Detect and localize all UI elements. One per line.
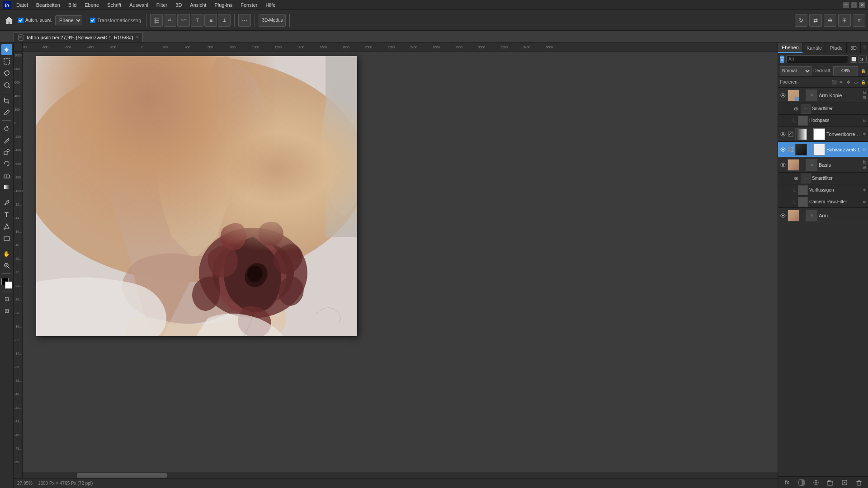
layer-camera-raw[interactable]: Camera Raw-Filter ≋: [778, 196, 868, 208]
app-icon[interactable]: Ps: [3, 0, 12, 9]
extras-button[interactable]: ⊞: [1, 305, 12, 316]
eyedropper-tool[interactable]: [1, 107, 12, 118]
tab-ebenen[interactable]: Ebenen: [778, 42, 803, 53]
3d-mode-button[interactable]: 3D-Modus: [259, 14, 286, 27]
layer-verfluessigen[interactable]: Verflüssigen ≋: [778, 184, 868, 196]
home-button[interactable]: [3, 14, 15, 27]
align-center-v-button[interactable]: ≡: [204, 14, 217, 27]
layer-smartfilter-1[interactable]: ⋯ Smartfilter: [778, 103, 868, 115]
align-right-button[interactable]: ⬳: [177, 14, 190, 27]
add-style-button[interactable]: fx: [783, 479, 791, 487]
filter-type-button[interactable]: T: [866, 56, 868, 63]
flip-button[interactable]: ⇄: [809, 14, 822, 27]
distribute-button[interactable]: ⋯: [238, 14, 251, 27]
rotate-left-button[interactable]: ↻: [795, 14, 807, 27]
menu-fenster[interactable]: Fenster: [237, 1, 261, 9]
history-brush-tool[interactable]: [1, 158, 12, 169]
filter-adjust-button[interactable]: ◑: [858, 56, 865, 63]
add-group-button[interactable]: [826, 479, 834, 487]
horizontal-scrollbar[interactable]: [23, 472, 778, 478]
layer-schwarzweiss[interactable]: Schwarzweiß 1 ≋: [778, 142, 868, 157]
tab-3d[interactable]: 3D: [847, 42, 861, 53]
lasso-tool[interactable]: [1, 68, 12, 79]
layer-hochpass[interactable]: Hochpass ≋: [778, 115, 868, 127]
lock-transparent-button[interactable]: ⬛: [831, 79, 837, 85]
add-adjustment-button[interactable]: [812, 479, 820, 487]
menu-schrift[interactable]: Schrift: [104, 1, 125, 9]
visibility-smartfilter-1[interactable]: [793, 106, 799, 112]
h-scrollbar-thumb[interactable]: [77, 473, 167, 478]
panel-menu-button[interactable]: ≡: [863, 45, 866, 51]
auto-select-checkbox[interactable]: [18, 18, 24, 23]
lock-all-button[interactable]: 🔒: [860, 79, 866, 85]
layer-group-dropdown[interactable]: Ebene: [55, 15, 82, 25]
pressure-button[interactable]: ⌗: [853, 14, 865, 27]
lock-artboard-button[interactable]: ▭: [853, 79, 859, 85]
move-tool[interactable]: ✥: [1, 44, 12, 55]
screen-mode-button[interactable]: ⊡: [1, 294, 12, 305]
layer-arm-kopie[interactable]: ⧉ Arm Kopie fx ⊞: [778, 88, 868, 103]
delete-layer-button[interactable]: [855, 479, 863, 487]
maximize-button[interactable]: □: [851, 2, 857, 8]
opacity-input[interactable]: [833, 66, 858, 75]
align-left-button[interactable]: ⬱: [150, 14, 163, 27]
color-picker[interactable]: [1, 278, 12, 289]
crop-tool[interactable]: [1, 95, 12, 106]
select-tool[interactable]: [1, 56, 12, 67]
lock-position-button[interactable]: ✥: [845, 79, 852, 85]
pivot-button[interactable]: ⊕: [824, 14, 836, 27]
align-top-button[interactable]: ⊤: [191, 14, 203, 27]
add-layer-button[interactable]: [840, 479, 849, 487]
tab-kanaele[interactable]: Kanäle: [803, 42, 826, 53]
fx-arm-kopie[interactable]: fx: [863, 90, 866, 95]
lock-button[interactable]: 🔒: [860, 68, 866, 74]
menu-filter[interactable]: Filter: [153, 1, 171, 9]
path-select-tool[interactable]: [1, 221, 12, 232]
layer-arm[interactable]: ⧉ Arm: [778, 208, 868, 223]
close-button[interactable]: ✕: [859, 2, 865, 8]
visibility-tonwert[interactable]: [780, 131, 786, 137]
zoom-tool[interactable]: [1, 260, 12, 271]
lock-pixels-button[interactable]: ✏: [838, 79, 844, 85]
symmetry-button[interactable]: ⊞: [838, 14, 851, 27]
layer-tonwert[interactable]: Tonwertkorrektur 1 ≋: [778, 127, 868, 142]
filter-pixel-button[interactable]: ⬜: [850, 56, 857, 63]
auto-select-button[interactable]: Auton. auswi.: [17, 14, 53, 27]
menu-ebene[interactable]: Ebene: [81, 1, 103, 9]
gradient-tool[interactable]: [1, 182, 12, 192]
menu-bearbeiten[interactable]: Bearbeiten: [33, 1, 64, 9]
menu-datei[interactable]: Datei: [13, 1, 32, 9]
menu-ansicht[interactable]: Ansicht: [186, 1, 210, 9]
document-tab[interactable]: tattoo.psdc bei 27,9% (Schwarzweiß 1, RG…: [14, 32, 143, 42]
menu-bild[interactable]: Bild: [65, 1, 80, 9]
quick-select-tool[interactable]: [1, 80, 12, 90]
align-center-h-button[interactable]: ⬲: [164, 14, 176, 27]
menu-hilfe[interactable]: Hilfe: [262, 1, 279, 9]
brush-tool[interactable]: [1, 135, 12, 145]
shape-tool[interactable]: [1, 233, 12, 244]
text-tool[interactable]: T: [1, 209, 12, 220]
menu-3d[interactable]: 3D: [172, 1, 185, 9]
layer-filter-button[interactable]: [780, 56, 784, 63]
hand-tool[interactable]: ✋: [1, 249, 12, 259]
layer-search-input[interactable]: [786, 55, 848, 63]
pen-tool[interactable]: [1, 197, 12, 208]
healing-brush-tool[interactable]: [1, 123, 12, 134]
visibility-basis[interactable]: [780, 162, 786, 168]
visibility-schwarzweiss[interactable]: [780, 146, 786, 153]
visibility-smartfilter-2[interactable]: [793, 175, 799, 182]
add-mask-button[interactable]: [797, 479, 806, 487]
layer-smartfilter-2[interactable]: ⋯ Smartfilter: [778, 173, 868, 184]
blend-mode-select[interactable]: Normal: [780, 66, 811, 75]
tab-close-button[interactable]: ×: [136, 35, 139, 40]
transform-checkbox[interactable]: [90, 18, 95, 23]
menu-plugins[interactable]: Plug-ins: [211, 1, 236, 9]
eraser-tool[interactable]: [1, 170, 12, 181]
layer-basis[interactable]: ⧉ Basis fx ⊞: [778, 157, 868, 173]
clone-stamp-tool[interactable]: [1, 146, 12, 157]
background-color[interactable]: [5, 282, 12, 289]
menu-auswahl[interactable]: Auswahl: [126, 1, 152, 9]
tab-pfade[interactable]: Pfade: [826, 42, 847, 53]
visibility-arm-kopie[interactable]: [780, 92, 786, 99]
minimize-button[interactable]: ─: [843, 2, 849, 8]
